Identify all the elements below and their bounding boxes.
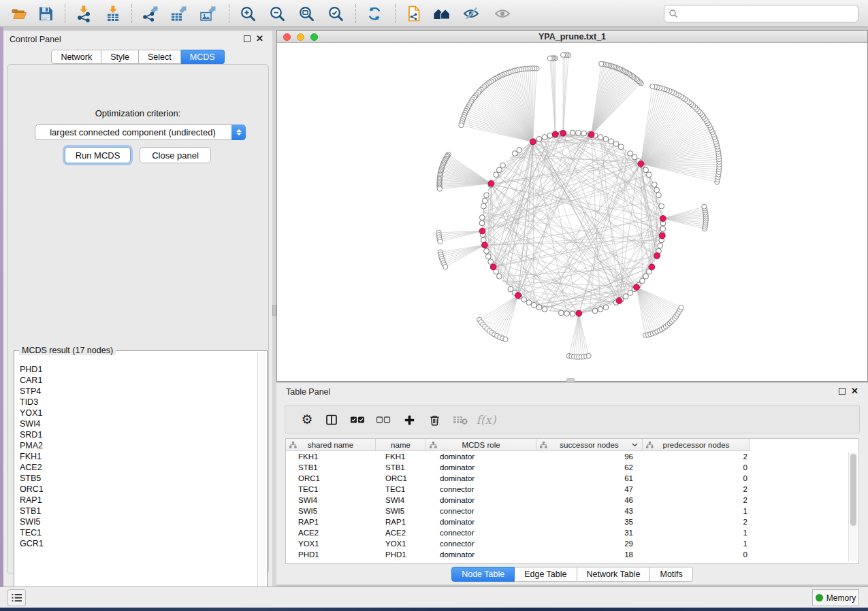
close-panel-icon[interactable]: ✕ [851,388,858,395]
memory-button[interactable]: Memory [812,589,859,606]
close-panel-button[interactable]: Close panel [140,147,211,163]
table-row[interactable]: FKH1FKH1dominator962 [286,451,858,462]
column-header-name[interactable]: name [376,439,426,451]
first-neighbors-icon[interactable] [431,3,453,24]
table-settings-icon[interactable]: ⚙ [297,406,317,434]
cell: ACE2 [376,527,426,538]
mcds-result-item[interactable]: STB5 [20,473,256,484]
cell: connector [426,506,536,516]
mcds-result-item[interactable]: FKH1 [20,451,256,462]
cell: connector [426,527,536,538]
table-row[interactable]: ORC1ORC1dominator610 [286,473,858,484]
control-tab-select[interactable]: Select [139,50,181,64]
table-row[interactable]: SWI4SWI4dominator462 [286,495,858,506]
mcds-result-item[interactable]: ACE2 [20,462,256,473]
select-all-icon[interactable] [347,406,368,434]
column-header-successor-nodes[interactable]: successor nodes [536,439,643,451]
zoom-selected-icon[interactable] [325,3,347,24]
zoom-fit-icon[interactable] [295,3,317,24]
mcds-result-item[interactable]: ORC1 [20,484,256,495]
table-tab-motifs[interactable]: Motifs [650,567,692,582]
select-stepper-icon [231,125,246,140]
hide-selection-icon[interactable] [460,3,482,24]
table-row[interactable]: RAP1RAP1dominator352 [286,516,858,527]
mcds-result-item[interactable]: CAR1 [20,375,256,386]
mcds-result-item[interactable]: GCR1 [20,538,256,549]
delete-table-icon[interactable] [450,406,470,434]
mcds-result-item[interactable]: STP4 [20,386,256,397]
refresh-layout-icon[interactable] [364,3,385,24]
mcds-result-item[interactable]: TEC1 [20,527,256,538]
control-tab-style[interactable]: Style [101,50,139,64]
cell: SWI5 [286,506,376,516]
deselect-all-icon[interactable] [373,406,393,434]
control-tab-mcds[interactable]: MCDS [181,50,225,64]
mcds-result-item[interactable]: YOX1 [20,408,256,418]
optimization-criterion-label: Optimization criterion: [7,108,268,118]
float-panel-icon[interactable] [244,35,251,42]
search-icon [669,9,678,18]
table-panel: Table Panel ✕ ⚙ f(x) shared namenameMCDS… [276,383,868,584]
mcds-result-item[interactable]: SWI4 [20,418,256,429]
toolbar-separator [65,4,65,23]
import-network-icon[interactable] [73,3,95,24]
table-tab-node-table[interactable]: Node Table [451,567,515,582]
task-history-button[interactable] [7,589,26,606]
table-tab-network-table[interactable]: Network Table [577,567,651,582]
zoom-out-icon[interactable] [266,3,288,24]
open-file-icon[interactable] [8,3,30,24]
show-column-panel-icon[interactable] [321,406,342,434]
cell: PHD1 [286,549,376,560]
column-header-predecessor-nodes[interactable]: predecessor nodes [643,439,750,451]
toolbar-separator [229,4,229,23]
horizontal-splitter-handle[interactable] [566,378,575,382]
function-builder-icon[interactable]: f(x) [476,406,496,434]
export-image-icon[interactable] [197,3,219,24]
cell: SWI4 [376,495,426,506]
table-row[interactable]: SWI5SWI5connector431 [286,506,858,516]
scrollbar-thumb[interactable] [850,454,856,526]
zoom-in-icon[interactable] [237,3,259,24]
cell: dominator [426,516,536,527]
network-window-titlebar[interactable]: YPA_prune.txt_1 [277,31,867,43]
search-field[interactable] [678,7,858,20]
network-from-selection-icon[interactable] [403,3,425,24]
table-row[interactable]: YOX1YOX1connector291 [286,538,858,549]
mcds-result-item[interactable]: TID3 [20,397,256,408]
table-row[interactable]: PHD1PHD1dominator180 [286,549,858,560]
close-panel-icon[interactable]: ✕ [256,35,263,42]
table-row[interactable]: ACE2ACE2connector311 [286,527,858,538]
search-input[interactable] [664,5,858,22]
mcds-result-item[interactable]: STB1 [20,506,256,516]
mcds-result-item[interactable]: RAP1 [20,495,256,506]
cell: TEC1 [286,484,376,495]
column-header-shared-name[interactable]: shared name [286,439,376,451]
cell: 29 [536,538,643,549]
float-panel-icon[interactable] [839,388,846,395]
mcds-result-item[interactable]: PHD1 [20,364,256,375]
column-header-MCDS-role[interactable]: MCDS role [426,439,536,451]
table-row[interactable]: STB1STB1dominator620 [286,462,858,473]
export-table-icon[interactable] [167,3,189,24]
table-scrollbar[interactable] [848,452,857,561]
table-row[interactable]: TEC1TEC1connector472 [286,484,858,495]
optimization-criterion-select[interactable]: largest connected component (undirected) [35,125,246,140]
network-canvas[interactable] [277,43,867,381]
cell: dominator [426,495,536,506]
table-tab-edge-table[interactable]: Edge Table [515,567,577,582]
show-all-icon[interactable] [492,3,513,24]
mcds-result-item[interactable]: PMA2 [20,440,256,451]
delete-column-icon[interactable] [424,406,445,434]
cell: 2 [643,484,750,495]
run-mcds-button[interactable]: Run MCDS [65,147,131,163]
save-session-icon[interactable] [35,3,57,24]
mcds-result-scrollbar[interactable] [257,352,266,602]
import-table-icon[interactable] [102,3,124,24]
cell: dominator [426,462,536,473]
control-tab-network[interactable]: Network [51,50,101,64]
mcds-result-item[interactable]: SRD1 [20,429,256,440]
add-column-icon[interactable] [399,406,419,434]
mcds-result-list[interactable]: PHD1CAR1STP4TID3YOX1SWI4SRD1PMA2FKH1ACE2… [20,364,256,600]
mcds-result-item[interactable]: SWI5 [20,516,256,527]
export-network-icon[interactable] [139,3,161,24]
